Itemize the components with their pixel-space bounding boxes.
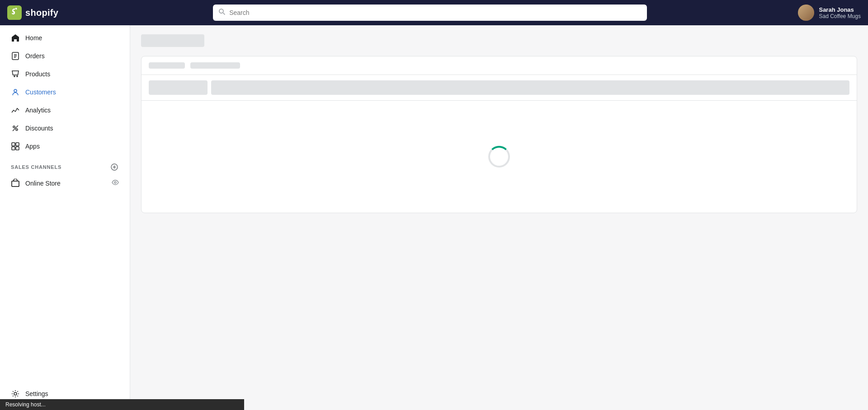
avatar-image [798, 5, 814, 21]
skeleton-filter-1 [149, 80, 208, 95]
search-icon [218, 8, 226, 17]
sidebar-item-orders[interactable]: Orders [4, 47, 126, 65]
status-text: Resolving host... [5, 401, 46, 408]
search-bar [213, 5, 647, 21]
skeleton-tab-2 [190, 56, 240, 75]
skeleton-filter-2 [211, 80, 849, 95]
svg-point-3 [13, 126, 15, 128]
orders-icon [11, 51, 20, 61]
sidebar-item-analytics[interactable]: Analytics [4, 101, 126, 119]
skeleton-tab-inner-1 [149, 62, 185, 69]
online-store-label: Online Store [25, 180, 61, 187]
skeleton-tab-inner-2 [190, 62, 240, 69]
products-icon [11, 70, 20, 79]
sidebar-item-discounts-label: Discounts [25, 125, 53, 132]
discounts-icon [11, 124, 20, 133]
svg-point-4 [16, 129, 18, 130]
user-info: Sarah Jonas Sad Coffee Mugs [819, 6, 861, 19]
sidebar-item-online-store[interactable]: Online Store [4, 174, 126, 192]
shopify-logo[interactable]: shopify [7, 5, 58, 20]
search-input[interactable] [229, 9, 642, 16]
eye-icon [112, 179, 119, 188]
svg-rect-5 [12, 143, 15, 146]
add-sales-channel-button[interactable] [110, 163, 119, 172]
skeleton-filter-row [142, 75, 857, 101]
sidebar-item-settings-label: Settings [25, 390, 48, 397]
sidebar-item-orders-label: Orders [25, 52, 45, 60]
skeleton-tab-1 [149, 56, 185, 75]
user-name: Sarah Jonas [819, 6, 854, 13]
settings-icon [11, 389, 20, 398]
search-input-wrapper[interactable] [213, 5, 647, 21]
sidebar-item-home[interactable]: Home [4, 29, 126, 47]
svg-point-11 [114, 182, 116, 183]
home-icon [11, 33, 20, 42]
svg-rect-6 [16, 143, 19, 146]
user-area: Sarah Jonas Sad Coffee Mugs [798, 5, 861, 21]
customers-icon [11, 88, 20, 97]
sidebar-item-apps[interactable]: Apps [4, 137, 126, 155]
content-area [130, 25, 868, 410]
top-navigation: shopify Sarah Jonas Sad Coffee Mugs [0, 0, 868, 25]
svg-rect-8 [16, 147, 19, 150]
status-bar: Resolving host... [0, 399, 244, 410]
loading-container [142, 101, 857, 213]
svg-point-12 [14, 392, 17, 395]
sidebar-item-home-label: Home [25, 34, 42, 42]
sidebar: Home Orders Products Customers Analytics [0, 25, 130, 410]
customers-page-card [141, 56, 857, 213]
logo-area: shopify [7, 5, 137, 20]
svg-rect-7 [12, 147, 15, 150]
sidebar-item-customers-label: Customers [25, 89, 56, 96]
sales-channels-section: SALES CHANNELS [4, 155, 126, 174]
sidebar-item-apps-label: Apps [25, 143, 40, 150]
main-layout: Home Orders Products Customers Analytics [0, 25, 868, 410]
svg-rect-10 [12, 181, 19, 186]
loading-spinner [488, 146, 510, 168]
sidebar-item-products-label: Products [25, 70, 50, 78]
online-store-icon [11, 179, 20, 188]
sidebar-item-discounts[interactable]: Discounts [4, 119, 126, 137]
analytics-icon [11, 106, 20, 115]
skeleton-page-title [141, 34, 204, 47]
online-store-left: Online Store [11, 179, 61, 188]
svg-point-2 [14, 89, 17, 92]
apps-icon [11, 142, 20, 151]
shopify-brand-name: shopify [25, 8, 58, 18]
sidebar-item-customers[interactable]: Customers [4, 83, 126, 101]
sidebar-item-analytics-label: Analytics [25, 107, 51, 114]
user-store: Sad Coffee Mugs [819, 13, 861, 19]
sidebar-item-products[interactable]: Products [4, 65, 126, 83]
shopify-bag-icon [7, 5, 22, 20]
avatar[interactable] [798, 5, 814, 21]
skeleton-tabs [142, 56, 857, 75]
sales-channels-label: SALES CHANNELS [11, 164, 61, 170]
